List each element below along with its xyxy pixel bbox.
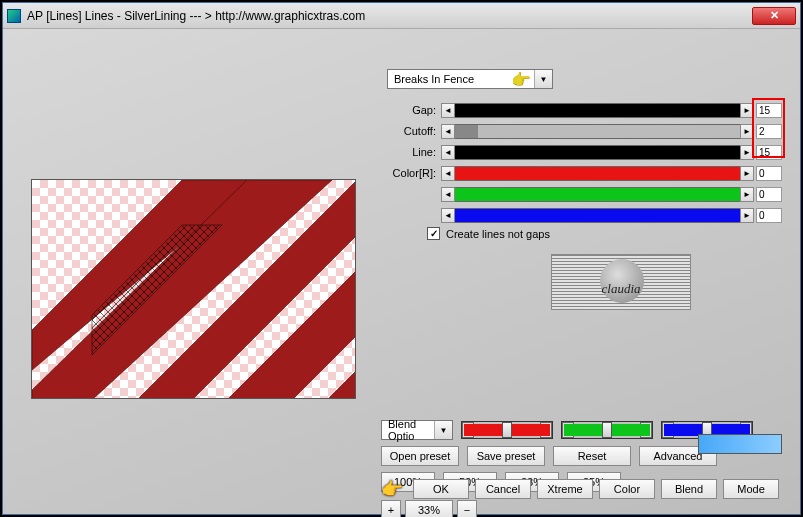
create-lines-label: Create lines not gaps [446,228,550,240]
zoom-value[interactable]: 33% [405,500,453,517]
g-left-arrow[interactable]: ◄ [441,187,455,202]
blend-combo-arrow-icon: ▼ [434,421,452,439]
window-title: AP [Lines] Lines - SilverLining --- > ht… [27,9,752,23]
r-left-arrow[interactable]: ◄ [441,166,455,181]
cutoff-track[interactable] [455,124,740,139]
cutoff-left-arrow[interactable]: ◄ [441,124,455,139]
color-g-row: ◄ ► 0 [381,185,782,203]
create-lines-checkbox[interactable]: ✓ [427,227,440,240]
preview-shapes [32,180,355,398]
diagonal-stripes [32,180,355,398]
titlebar: AP [Lines] Lines - SilverLining --- > ht… [3,3,800,29]
gap-row: Gap: ◄ ► 15 [381,101,782,119]
client-area: Breaks In Fence 👉 ▼ Gap: ◄ ► 15 Cutoff: … [3,29,800,514]
color-r-label: Color[R]: [381,167,441,179]
preview-pane [31,179,356,399]
pointer-in-combo: 👉 [508,70,534,89]
b-right-arrow[interactable]: ► [740,208,754,223]
ok-button[interactable]: OK [413,479,469,499]
mode-button[interactable]: Mode [723,479,779,499]
green-slider-handle[interactable] [602,422,612,438]
r-track[interactable] [455,166,740,181]
close-icon: ✕ [770,9,779,22]
b-left-arrow[interactable]: ◄ [441,208,455,223]
blend-options-combo[interactable]: Blend Optio ▼ [381,420,453,440]
line-left-arrow[interactable]: ◄ [441,145,455,160]
preset-row: Breaks In Fence 👉 ▼ [387,69,782,89]
g-value[interactable]: 0 [756,187,782,202]
r-right-arrow[interactable]: ► [740,166,754,181]
color-b-row: ◄ ► 0 [381,206,782,224]
zoom-stepper-row: + 33% − [381,500,782,517]
reset-button[interactable]: Reset [553,446,631,466]
green-slider[interactable]: ◄ ► [561,421,653,439]
preset-combo[interactable]: Breaks In Fence 👉 ▼ [387,69,553,89]
gap-left-arrow[interactable]: ◄ [441,103,455,118]
color-r-row: Color[R]: ◄ ► 0 [381,164,782,182]
red-slider-handle[interactable] [502,422,512,438]
zoom-out-button[interactable]: − [457,500,477,517]
logo-text: claudia [552,281,690,297]
open-preset-button[interactable]: Open preset [381,446,459,466]
logo-panel: claudia [551,254,691,310]
bottom-button-bar: 👉 OK Cancel Xtreme Color Blend Mode [381,478,782,500]
close-button[interactable]: ✕ [752,7,796,25]
dialog-window: AP [Lines] Lines - SilverLining --- > ht… [0,0,803,517]
preset-combo-text: Breaks In Fence [388,73,508,85]
svg-marker-4 [327,370,355,398]
save-preset-button[interactable]: Save preset [467,446,545,466]
cutoff-row: Cutoff: ◄ ► 2 [381,122,782,140]
g-right-arrow[interactable]: ► [740,187,754,202]
zoom-in-button[interactable]: + [381,500,401,517]
line-label: Line: [381,146,441,158]
checkbox-row: ✓ Create lines not gaps [427,227,782,240]
cutoff-label: Cutoff: [381,125,441,137]
cancel-button[interactable]: Cancel [475,479,531,499]
gap-track[interactable] [455,103,740,118]
line-row: Line: ◄ ► 15 [381,143,782,161]
color-swatch[interactable] [698,434,782,454]
r-value[interactable]: 0 [756,166,782,181]
blend-button[interactable]: Blend [661,479,717,499]
window-inner: AP [Lines] Lines - SilverLining --- > ht… [2,2,801,515]
blend-options-text: Blend Optio [382,418,434,442]
pointer-hand-icon: 👉 [381,478,403,500]
b-value[interactable]: 0 [756,208,782,223]
combo-arrow-icon: ▼ [534,70,552,88]
slider-group: Gap: ◄ ► 15 Cutoff: ◄ ► 2 Line: ◄ [381,101,782,224]
highlight-frame [752,98,785,158]
xtreme-button[interactable]: Xtreme [537,479,593,499]
gap-label: Gap: [381,104,441,116]
g-track[interactable] [455,187,740,202]
color-button[interactable]: Color [599,479,655,499]
app-icon [7,9,21,23]
b-track[interactable] [455,208,740,223]
line-track[interactable] [455,145,740,160]
red-slider[interactable]: ◄ ► [461,421,553,439]
